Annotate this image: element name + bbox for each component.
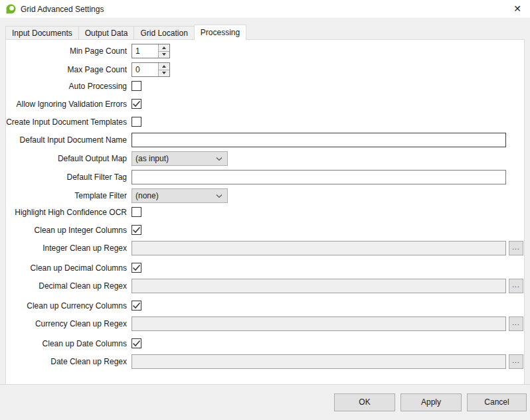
field-label: Clean up Currency Columns [6,301,127,311]
default-filter-tag-input[interactable] [132,170,506,184]
check-icon [132,264,141,271]
auto-processing-checkbox[interactable] [132,81,141,91]
field-label: Decimal Clean up Regex [6,281,127,291]
tab-output-data[interactable]: Output Data [78,26,135,40]
decimal-clean-up-regex-input [132,279,506,293]
window-title: Grid Advanced Settings [21,5,104,14]
decimal-regex-browse-button[interactable]: ... [509,279,523,293]
tab-grid-location[interactable]: Grid Location [133,26,194,40]
apply-button[interactable]: Apply [400,393,462,411]
form-row: Min Page Count [6,44,525,58]
form-row: Clean up Decimal Columns [6,263,525,273]
field-label: Min Page Count [6,46,127,56]
triangle-up-icon [162,46,166,49]
field-label: Auto Processing [6,82,127,91]
triangle-down-icon [162,53,166,56]
check-icon [132,226,141,234]
form-row: Default Filter Tag [6,170,525,184]
tab-input-documents[interactable]: Input Documents [5,26,79,40]
check-icon [132,302,141,309]
clean-up-decimal-columns-checkbox[interactable] [132,263,141,273]
currency-regex-browse-button[interactable]: ... [509,316,523,331]
ok-button[interactable]: OK [334,393,395,411]
field-label: Create Input Document Templates [6,117,127,127]
form-row: Template Filter (none) [6,188,525,203]
field-label: Date Clean up Regex [6,357,127,366]
allow-ignoring-validation-errors-checkbox[interactable] [132,99,141,109]
footer-divider [0,384,530,385]
form-row: Highlight High Confidence OCR [6,207,525,217]
spinner-buttons [158,44,169,58]
field-label: Integer Clean up Regex [6,244,127,253]
field-label: Default Output Map [6,154,127,163]
field-label: Highlight High Confidence OCR [6,208,127,217]
chevron-down-icon [216,194,222,198]
form-row: Default Input Document Name [6,133,525,147]
app-logo-icon [5,4,16,15]
field-label: Clean up Decimal Columns [6,263,127,273]
clean-up-currency-columns-checkbox[interactable] [132,301,141,311]
form-row: Allow Ignoring Validation Errors [6,99,525,109]
check-icon [132,100,141,107]
field-label: Clean up Date Columns [6,339,127,348]
field-label: Default Input Document Name [6,135,127,145]
dropdown-selected-value: (none) [135,191,159,200]
max-page-count-spinner[interactable] [132,62,170,77]
processing-tab-panel: Min Page Count Max Page Count Auto Proce… [5,39,525,385]
spinner-buttons [158,63,169,76]
spinner-up-button[interactable] [159,44,169,52]
form-row: Default Output Map (as input) [6,151,525,166]
min-page-count-input[interactable] [132,44,158,58]
form-row: Integer Clean up Regex ... [6,241,525,255]
field-label: Currency Clean up Regex [6,319,127,328]
cancel-button[interactable]: Cancel [467,393,527,411]
close-icon[interactable]: ✕ [513,3,521,14]
integer-regex-browse-button[interactable]: ... [509,241,523,255]
clean-up-integer-columns-checkbox[interactable] [132,225,141,235]
form-row: Date Clean up Regex ... [6,354,525,369]
dropdown-selected-value: (as input) [135,154,169,163]
form-row: Clean up Integer Columns [6,225,525,235]
spinner-up-button[interactable] [159,63,169,70]
check-icon [132,340,141,347]
currency-clean-up-regex-input [132,316,506,331]
form-row: Decimal Clean up Regex ... [6,279,525,293]
default-input-document-name-input[interactable] [132,133,506,147]
form-row: Currency Clean up Regex ... [6,316,525,331]
template-filter-dropdown[interactable]: (none) [132,188,228,203]
field-label: Clean up Integer Columns [6,226,127,235]
form-row: Max Page Count [6,62,525,77]
clean-up-date-columns-checkbox[interactable] [132,338,141,348]
field-label: Allow Ignoring Validation Errors [6,100,127,109]
title-bar: Grid Advanced Settings ✕ [0,0,530,18]
field-label: Max Page Count [6,65,127,74]
spinner-down-button[interactable] [159,52,169,58]
field-label: Template Filter [6,191,127,200]
form-row: Clean up Currency Columns [6,301,525,311]
chevron-down-icon [216,157,222,161]
form-row: Auto Processing [6,81,525,91]
default-output-map-dropdown[interactable]: (as input) [132,151,228,166]
min-page-count-spinner[interactable] [132,44,170,58]
triangle-down-icon [162,72,166,74]
date-clean-up-regex-input [132,354,506,369]
integer-clean-up-regex-input [132,241,506,255]
field-label: Default Filter Tag [6,173,127,182]
spinner-down-button[interactable] [159,70,169,77]
form-row: Create Input Document Templates [6,117,525,127]
form-row: Clean up Date Columns [6,338,525,348]
date-regex-browse-button[interactable]: ... [509,354,523,369]
tab-processing[interactable]: Processing [194,25,246,40]
triangle-up-icon [162,65,166,68]
highlight-high-confidence-ocr-checkbox[interactable] [132,207,141,217]
max-page-count-input[interactable] [132,63,158,76]
tab-strip: Input Documents Output Data Grid Locatio… [5,25,246,40]
create-input-document-templates-checkbox[interactable] [132,117,141,127]
